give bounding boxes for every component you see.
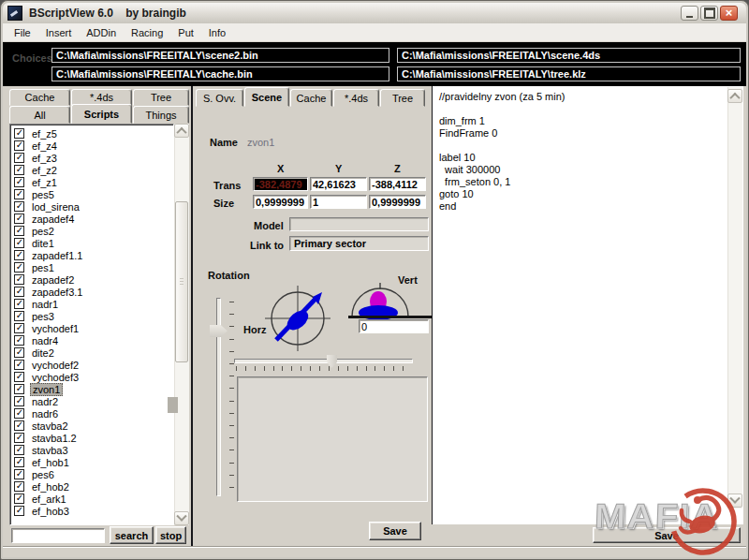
list-item[interactable]: ✓ pes3 [10,310,173,322]
checkbox-checked[interactable]: ✓ [14,140,24,151]
tab-all[interactable]: All [9,106,70,124]
checkbox-checked[interactable]: ✓ [14,299,24,309]
size-z-field[interactable] [369,195,426,209]
scene-info-box[interactable] [237,376,428,502]
menu-item[interactable]: Racing [124,25,170,40]
vert-value-field[interactable] [359,319,429,333]
tab-cache-left[interactable]: Cache [9,89,70,106]
minimize-button[interactable] [681,6,698,21]
checkbox-checked[interactable]: ✓ [14,481,24,492]
list-item[interactable]: ✓ ef_ark1 [10,493,173,505]
list-item[interactable]: ✓ zapadef2 [10,273,173,286]
path-field-tree-klz[interactable]: C:\Mafia\missions\FREEITALY\tree.klz [397,66,741,81]
list-item[interactable]: ✓ ef_z5 [10,127,173,140]
size-y-field[interactable] [310,195,367,209]
checkbox-checked[interactable]: ✓ [14,347,24,358]
menu-item[interactable]: Info [201,25,233,40]
tab-things[interactable]: Things [133,106,189,124]
list-item[interactable]: ✓ dite1 [10,237,173,249]
list-item[interactable]: ✓ zapadef1.1 [10,249,173,261]
size-x-field[interactable] [253,195,308,209]
list-scroll-down-button[interactable] [174,511,189,525]
search-input[interactable] [11,528,105,543]
list-item[interactable]: ✓ pes2 [10,225,173,237]
list-item[interactable]: ✓ dite2 [10,346,173,359]
checkbox-checked[interactable]: ✓ [14,372,24,382]
object-list[interactable]: ✓ ef_z5 ✓ ef_z4 ✓ ef_z3 ✓ ef_z2 ✓ ef_z1 [9,124,174,525]
list-item[interactable]: ✓ pes1 [10,261,173,273]
path-field-scene-4ds[interactable]: C:\Mafia\missions\FREEITALY\scene.4ds [397,48,741,63]
list-item[interactable]: ✓ ef_z2 [10,164,173,176]
list-item[interactable]: ✓ pes6 [10,468,173,480]
checkbox-checked[interactable]: ✓ [14,384,24,394]
checkbox-checked[interactable]: ✓ [14,226,24,236]
tab-s-ovv[interactable]: S. Ovv. [196,89,243,107]
checkbox-checked[interactable]: ✓ [14,396,24,406]
list-item[interactable]: ✓ ef_z3 [10,152,173,164]
checkbox-checked[interactable]: ✓ [14,433,24,443]
scene-save-button[interactable]: Save [369,522,421,540]
horz-rotation-dial[interactable] [260,281,354,358]
maximize-button[interactable] [700,6,718,21]
checkbox-checked[interactable]: ✓ [14,274,24,285]
list-item[interactable]: ✓ nadr6 [10,407,173,420]
list-item[interactable]: ✓ stavba1.2 [10,432,173,444]
list-item[interactable]: ✓ zvon1 [10,383,173,395]
list-item[interactable]: ✓ vychodef2 [10,359,173,371]
checkbox-checked[interactable]: ✓ [14,128,24,139]
search-button[interactable]: search [110,526,154,544]
menu-item[interactable]: File [7,25,38,40]
menu-item[interactable]: ADDin [79,25,124,40]
checkbox-checked[interactable]: ✓ [14,238,24,248]
menu-item[interactable]: Insert [38,25,80,40]
list-item[interactable]: ✓ ef_hob2 [10,480,173,493]
tab-tree-mid[interactable]: Tree [380,89,425,107]
path-field-cache-bin[interactable]: C:\Mafia\missions\FREEITALY\cache.bin [51,66,389,81]
trans-z-field[interactable] [369,177,426,191]
trans-x-field[interactable] [253,177,308,191]
close-button[interactable]: × [720,6,738,21]
trans-y-field[interactable] [310,177,367,191]
script-editor[interactable]: //pravidelny zvon (za 5 min)dim_frm 1Fin… [432,86,743,524]
list-item[interactable]: ✓ vychodef1 [10,322,173,334]
checkbox-checked[interactable]: ✓ [14,201,24,212]
list-item[interactable]: ✓ stavba3 [10,444,173,456]
checkbox-checked[interactable]: ✓ [14,153,24,163]
checkbox-checked[interactable]: ✓ [14,420,24,431]
checkbox-checked[interactable]: ✓ [14,457,24,467]
list-item[interactable]: ✓ pes5 [10,188,173,200]
checkbox-checked[interactable]: ✓ [14,335,24,346]
checkbox-checked[interactable]: ✓ [14,360,24,370]
tab-scripts[interactable]: Scripts [71,104,132,124]
tab-tree-left[interactable]: Tree [133,89,189,106]
list-item[interactable]: ✓ nadr2 [10,395,173,407]
stop-button[interactable]: stop [155,526,186,544]
link-to-field[interactable]: Primary sector [289,236,429,251]
list-item[interactable]: ✓ vychodef3 [10,371,173,383]
list-item[interactable]: ✓ nadr4 [10,334,173,346]
checkbox-checked[interactable]: ✓ [14,323,24,333]
checkbox-checked[interactable]: ✓ [14,189,24,199]
tab-scene[interactable]: Scene [244,87,289,107]
horizontal-slider-track[interactable] [234,359,413,363]
list-item[interactable]: ✓ nadr1 [10,298,173,310]
checkbox-checked[interactable]: ✓ [14,469,24,479]
title-bar[interactable]: BScriptView 6.0 by braingib [3,3,746,23]
tab-4ds-mid[interactable]: *.4ds [333,89,379,107]
list-item[interactable]: ✓ ef_z4 [10,140,173,152]
checkbox-checked[interactable]: ✓ [14,506,24,516]
checkbox-checked[interactable]: ✓ [14,445,24,455]
checkbox-checked[interactable]: ✓ [14,165,24,175]
list-item[interactable]: ✓ ef_hob1 [10,456,173,468]
checkbox-checked[interactable]: ✓ [14,214,24,224]
list-item[interactable]: ✓ stavba2 [10,420,173,432]
checkbox-checked[interactable]: ✓ [14,177,24,187]
list-item[interactable]: ✓ ef_z1 [10,176,173,188]
list-item[interactable]: ✓ ef_hob3 [10,505,173,517]
model-field[interactable] [289,217,429,231]
script-scrollbar[interactable] [727,87,742,508]
list-scrollbar-thumb[interactable] [175,201,188,362]
checkbox-checked[interactable]: ✓ [14,262,24,273]
checkbox-checked[interactable]: ✓ [14,250,24,260]
path-field-scene-bin[interactable]: C:\Mafia\missions\FREEITALY\scene2.bin [51,48,389,63]
